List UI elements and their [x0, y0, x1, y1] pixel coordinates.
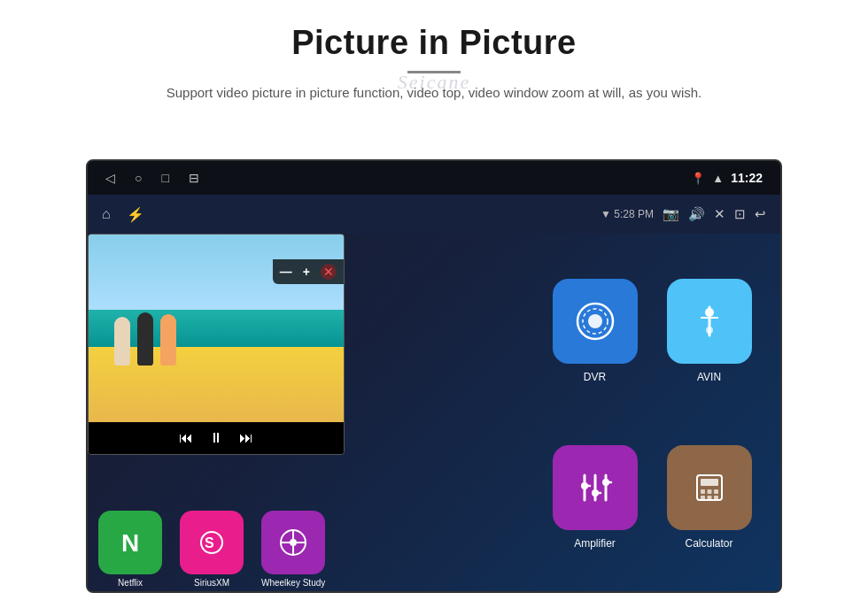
svg-rect-17: [701, 479, 718, 486]
status-bar-right: 📍 ▲ 11:22: [691, 171, 763, 185]
svg-rect-18: [701, 489, 705, 494]
dvr-svg-icon: [574, 300, 616, 342]
calculator-svg-icon: [688, 466, 731, 509]
svg-point-14: [592, 489, 599, 496]
svg-text:N: N: [121, 529, 139, 557]
svg-point-4: [705, 308, 714, 317]
bottom-apps-row: N Netflix S SiriusXM: [88, 524, 515, 593]
beach-figures: [114, 312, 176, 366]
svg-rect-20: [714, 489, 718, 494]
netflix-label: Netflix: [118, 578, 143, 588]
svg-point-13: [581, 482, 588, 489]
window-button[interactable]: ⊡: [734, 206, 746, 222]
svg-point-1: [588, 314, 602, 328]
calculator-label: Calculator: [685, 537, 732, 550]
app-item-avin[interactable]: AVIN: [652, 248, 766, 414]
figure-1: [114, 317, 130, 366]
pip-controls: ⏮ ⏸ ⏭: [89, 422, 344, 454]
app-area: ▶ — + ✕: [88, 234, 780, 593]
toolbar-left: ⌂ ⚡: [102, 206, 144, 223]
back-button[interactable]: ↩: [755, 206, 766, 222]
volume-button[interactable]: 🔊: [688, 206, 705, 222]
svg-point-28: [290, 539, 297, 546]
wheelkey-svg-icon: [277, 527, 309, 558]
title-divider: [407, 71, 461, 73]
back-nav-icon[interactable]: ◁: [105, 171, 115, 185]
app-item-amplifier[interactable]: Amplifier: [538, 414, 652, 581]
toolbar: ⌂ ⚡ ▼ 5:28 PM 📷 🔊 ✕ ⊡ ↩: [88, 195, 780, 234]
top-section: Picture in Picture Seicane Support video…: [0, 0, 868, 121]
netflix-icon-box: N: [98, 511, 162, 574]
avin-label: AVIN: [697, 371, 721, 383]
avin-svg-icon: [688, 300, 731, 342]
device-frame: ◁ ○ □ ⊟ 📍 ▲ 11:22 ⌂ ⚡ ▼ 5:28 PM 📷 🔊 ✕: [86, 159, 782, 593]
svg-rect-21: [701, 496, 705, 500]
amplifier-label: Amplifier: [574, 537, 616, 550]
pip-window[interactable]: ▶ — + ✕: [88, 234, 345, 455]
app-item-calculator[interactable]: Calculator: [652, 414, 766, 581]
app-item-siriusxm[interactable]: S SiriusXM: [180, 511, 244, 588]
page-title: Picture in Picture: [53, 25, 815, 62]
toolbar-right: ▼ 5:28 PM 📷 🔊 ✕ ⊡ ↩: [601, 206, 766, 222]
calculator-icon-box: [667, 445, 752, 530]
status-bar-left: ◁ ○ □ ⊟: [105, 171, 199, 185]
siriusxm-icon-box: S: [180, 511, 244, 574]
app-item-wheelkey[interactable]: Wheelkey Study: [261, 511, 325, 588]
svg-text:S: S: [205, 535, 214, 550]
wifi-time: ▼ 5:28 PM: [601, 208, 654, 220]
app-item-dvr[interactable]: DVR: [538, 248, 652, 414]
page-wrapper: Picture in Picture Seicane Support video…: [0, 0, 868, 121]
home-nav-icon[interactable]: ○: [135, 171, 142, 185]
svg-point-5: [706, 327, 713, 334]
pip-resize-bar: — + ✕: [273, 259, 344, 284]
gps-icon: 📍: [691, 172, 705, 185]
wheelkey-label: Wheelkey Study: [261, 578, 325, 588]
status-bar: ◁ ○ □ ⊟ 📍 ▲ 11:22: [88, 161, 780, 195]
netflix-svg-icon: N: [114, 527, 146, 558]
svg-rect-19: [707, 489, 711, 494]
wheelkey-icon-box: [261, 511, 325, 574]
usb-icon[interactable]: ⚡: [127, 206, 144, 223]
svg-rect-23: [714, 496, 718, 500]
status-time: 11:22: [731, 171, 763, 185]
close-button[interactable]: ✕: [714, 206, 725, 222]
subtitle: Support video picture in picture functio…: [89, 82, 779, 104]
recents-nav-icon[interactable]: □: [161, 171, 168, 185]
siriusxm-svg-icon: S: [196, 527, 228, 558]
avin-icon-box: [667, 279, 752, 364]
signal-icon: ▲: [712, 172, 724, 185]
pip-next-button[interactable]: ⏭: [239, 430, 253, 446]
pip-close-button[interactable]: ✕: [321, 264, 337, 280]
app-item-netflix[interactable]: N Netflix: [98, 511, 162, 588]
amplifier-svg-icon: [574, 466, 616, 509]
dvr-icon-box: [553, 279, 638, 364]
svg-rect-22: [707, 496, 711, 500]
home-icon[interactable]: ⌂: [102, 206, 111, 222]
pip-prev-button[interactable]: ⏮: [179, 430, 193, 446]
dvr-label: DVR: [584, 371, 606, 383]
amplifier-icon-box: [553, 445, 638, 530]
figure-2: [137, 312, 153, 366]
right-apps-grid: DVR AVIN: [523, 234, 780, 593]
siriusxm-label: SiriusXM: [194, 578, 229, 588]
menu-nav-icon[interactable]: ⊟: [189, 171, 199, 185]
camera-button[interactable]: 📷: [663, 206, 679, 222]
figure-3: [160, 314, 176, 366]
svg-point-15: [602, 479, 609, 486]
pip-maximize-button[interactable]: +: [303, 265, 310, 279]
pip-minimize-button[interactable]: —: [280, 265, 292, 279]
pip-play-pause-button[interactable]: ⏸: [209, 430, 223, 446]
